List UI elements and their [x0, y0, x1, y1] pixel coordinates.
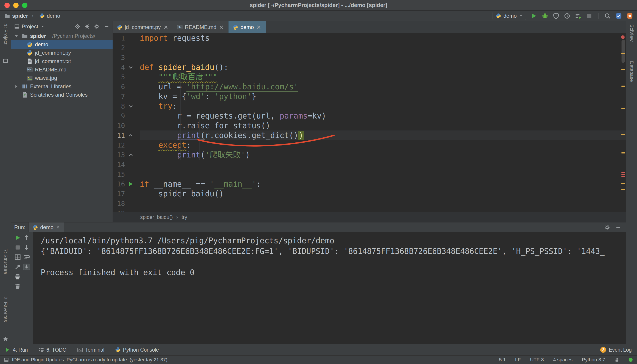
warning-stripe-mark[interactable] [621, 152, 625, 154]
code-line[interactable]: spider_baidu() [140, 189, 626, 198]
tool-window-button-project[interactable]: 1: Project [3, 24, 8, 44]
code-line[interactable]: def spider_baidu(): [140, 62, 626, 72]
warning-stripe-mark[interactable] [621, 86, 625, 87]
concurrency-icon[interactable] [575, 12, 582, 19]
gutter-line[interactable]: 19 [113, 208, 135, 212]
fold-up-icon[interactable] [128, 132, 134, 138]
gutter-line[interactable]: 6 [113, 82, 135, 92]
breadcrumb-item-spider[interactable]: spider [4, 13, 28, 19]
fold-up-icon[interactable] [128, 152, 134, 158]
tree-item-demo[interactable]: demo [11, 40, 112, 49]
editor-tab-jd-comment-py[interactable]: jd_comment.py [113, 21, 173, 33]
tree-item-wawa-jpg[interactable]: wawa.jpg [11, 74, 112, 82]
search-icon[interactable] [604, 12, 611, 19]
code-line[interactable]: url = 'http://www.baidu.com/s' [140, 82, 626, 92]
error-stripe-mark[interactable] [621, 176, 625, 177]
gutter-line[interactable]: 17 [113, 189, 135, 198]
code-line[interactable] [140, 53, 626, 62]
inspections-indicator[interactable] [621, 36, 624, 39]
code-line[interactable]: try: [140, 101, 626, 111]
code-line[interactable]: r.raise_for_status() [140, 121, 626, 130]
rerun-icon[interactable] [14, 234, 21, 241]
code-line[interactable]: kv = {'wd': 'python'} [140, 92, 626, 101]
zoom-window-button[interactable] [22, 3, 28, 8]
gutter-line[interactable]: 18 [113, 198, 135, 208]
locate-icon[interactable] [74, 24, 80, 30]
profiler-icon[interactable] [564, 12, 570, 19]
code-line[interactable]: r = requests.get(url, params=kv) [140, 111, 626, 121]
warning-stripe-mark[interactable] [621, 134, 625, 135]
collapse-icon[interactable] [84, 24, 90, 30]
code-line[interactable]: if __name__ == '__main__': [140, 179, 626, 189]
console-line[interactable] [41, 256, 626, 267]
warning-stripe-mark[interactable] [621, 183, 625, 184]
minimize-window-button[interactable] [13, 3, 18, 8]
up-icon[interactable] [23, 234, 30, 241]
gear-icon[interactable] [604, 224, 610, 230]
code-line[interactable] [140, 170, 626, 179]
code-line[interactable]: print(r.cookies.get_dict()) [140, 130, 626, 140]
scroll-end-icon[interactable] [23, 264, 30, 270]
console-line[interactable]: Process finished with exit code 0 [41, 267, 626, 278]
code-area[interactable]: import requests def spider_baidu(): """爬… [135, 33, 626, 212]
gutter-line[interactable]: 3 [113, 53, 135, 62]
error-stripe-mark[interactable] [621, 174, 625, 175]
run-config-selector[interactable]: demo [492, 12, 526, 20]
close-icon[interactable] [56, 225, 60, 230]
tree-item-external-libraries[interactable]: External Libraries [11, 82, 112, 91]
code-line[interactable] [140, 43, 626, 53]
tool-button-terminal[interactable]: Terminal [77, 347, 104, 353]
gutter-line[interactable]: 12 [113, 140, 135, 150]
project-tool-window-icon[interactable] [3, 58, 8, 64]
debug-icon[interactable] [542, 12, 548, 19]
gutter-line[interactable]: 5 [113, 72, 135, 82]
editor-tab-demo[interactable]: demo [228, 21, 266, 33]
status-item-python-3-7[interactable]: Python 3.7 [582, 357, 605, 363]
gutter-line[interactable]: 11 [113, 130, 135, 140]
tool-button-4-run[interactable]: 4: Run [5, 347, 28, 353]
console-line[interactable]: {'BAIDUID': '8614875FF1368B726E6B348E486… [41, 246, 626, 256]
warning-stripe-mark[interactable] [621, 69, 625, 70]
fold-down-icon[interactable] [128, 64, 134, 70]
status-item-4-spaces[interactable]: 4 spaces [553, 357, 573, 363]
plugin-blue-icon[interactable] [615, 12, 622, 19]
down-icon[interactable] [23, 244, 30, 251]
status-item-utf-8[interactable]: UTF-8 [530, 357, 544, 363]
gutter-line[interactable]: 2 [113, 43, 135, 53]
hide-panel-icon[interactable] [615, 224, 621, 230]
console-output[interactable]: /usr/local/bin/python3.7 /Users/pig/Pych… [33, 232, 626, 344]
gutter-line[interactable]: 13 [113, 150, 135, 160]
editor-tab-readme-md[interactable]: README.md [173, 21, 229, 33]
gutter-line[interactable]: 8 [113, 101, 135, 111]
run-tab-demo[interactable]: demo [28, 222, 64, 232]
tool-button-6-todo[interactable]: 6: TODO [38, 347, 66, 353]
code-line[interactable] [140, 198, 626, 208]
settings-icon[interactable] [94, 24, 100, 30]
stop-icon[interactable] [14, 244, 21, 251]
breadcrumb-function[interactable]: spider_baidu() [140, 214, 173, 220]
soft-wrap-icon[interactable] [23, 254, 30, 260]
breadcrumb-block[interactable]: try [173, 214, 187, 220]
print-icon[interactable] [14, 273, 21, 280]
warning-stripe-mark[interactable] [621, 53, 625, 54]
close-window-button[interactable] [4, 3, 10, 8]
code-line[interactable]: import requests [140, 33, 626, 43]
gutter-line[interactable]: 1 [113, 33, 135, 43]
stop-icon[interactable] [586, 12, 592, 19]
pin-icon[interactable] [14, 264, 21, 270]
event-log-button[interactable]: 2 Event Log [600, 347, 632, 353]
gutter-line[interactable]: 14 [113, 160, 135, 170]
close-icon[interactable] [163, 24, 169, 30]
tool-button-python-console[interactable]: Python Console [115, 347, 159, 353]
gutter-line[interactable]: 9 [113, 111, 135, 121]
favorites-star-icon[interactable] [3, 336, 8, 342]
close-icon[interactable] [256, 24, 262, 30]
tool-window-button-sciview[interactable]: SciView [629, 24, 634, 42]
gutter-line[interactable]: 4 [113, 62, 135, 72]
chev-right-icon[interactable] [13, 83, 20, 90]
code-line[interactable] [140, 208, 626, 212]
tool-window-button-database[interactable]: Database [629, 61, 634, 82]
chevron-down-icon[interactable] [40, 24, 45, 29]
gutter-line[interactable]: 7 [113, 92, 135, 101]
lock-icon[interactable] [614, 357, 619, 362]
